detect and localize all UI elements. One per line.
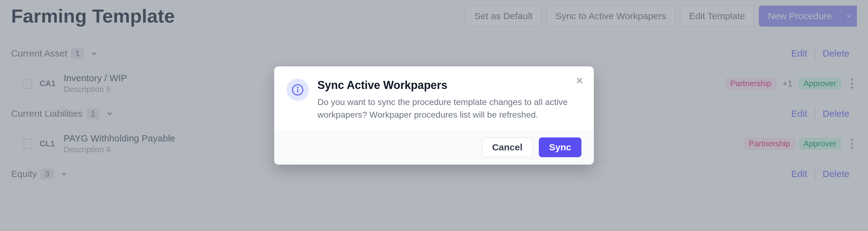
modal-text: Sync Active Workpapers Do you want to sy…: [317, 79, 582, 121]
cancel-button[interactable]: Cancel: [482, 137, 533, 157]
modal-body: Sync Active Workpapers Do you want to sy…: [274, 66, 594, 130]
modal-overlay[interactable]: Sync Active Workpapers Do you want to sy…: [0, 0, 868, 231]
modal-footer: Cancel Sync: [274, 130, 594, 165]
sync-modal: Sync Active Workpapers Do you want to sy…: [274, 66, 594, 164]
close-icon[interactable]: [575, 76, 585, 88]
modal-description: Do you want to sync the procedure templa…: [317, 96, 582, 121]
svg-point-2: [298, 88, 298, 88]
sync-button[interactable]: Sync: [539, 137, 582, 157]
info-icon: [286, 79, 309, 101]
modal-title: Sync Active Workpapers: [317, 79, 582, 92]
